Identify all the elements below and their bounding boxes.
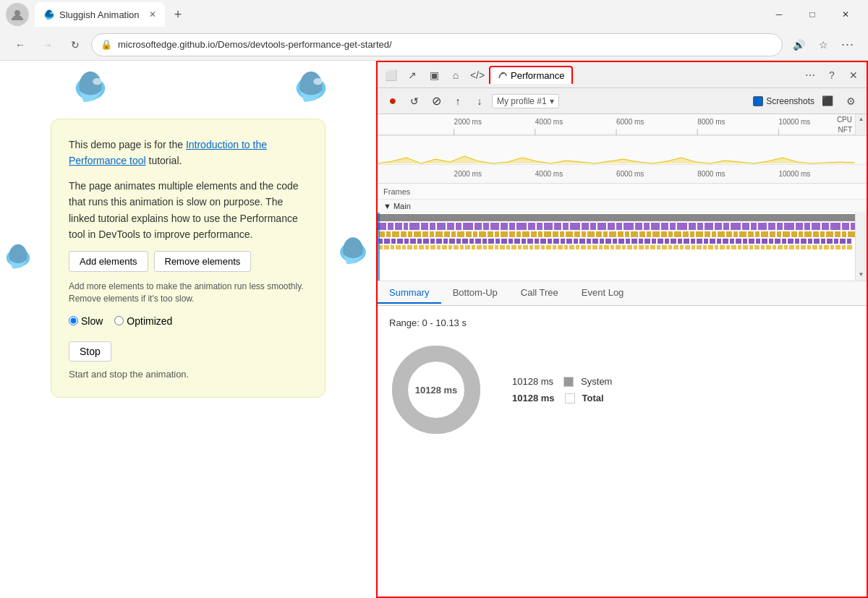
svg-text:2000 ms: 2000 ms xyxy=(454,118,482,126)
add-elements-button[interactable]: Add elements xyxy=(69,251,148,272)
close-btn[interactable]: ✕ xyxy=(829,3,862,26)
svg-rect-307 xyxy=(378,213,380,281)
stop-button[interactable]: Stop xyxy=(69,341,111,362)
back-button[interactable]: ← xyxy=(9,33,32,56)
more-btn[interactable]: ··· xyxy=(836,33,859,56)
capture-settings-btn[interactable]: ⬛ xyxy=(817,91,838,111)
minimize-btn[interactable]: ─ xyxy=(762,3,796,26)
sidebar-btn[interactable]: ▣ xyxy=(424,65,444,85)
settings-btn[interactable]: ⚙ xyxy=(841,91,861,111)
remove-elements-button[interactable]: Remove elements xyxy=(154,251,252,272)
svg-rect-161 xyxy=(436,239,442,244)
tab-event-log[interactable]: Event Log xyxy=(570,283,636,304)
svg-rect-276 xyxy=(673,245,678,249)
code-btn[interactable]: </> xyxy=(467,65,488,85)
svg-rect-301 xyxy=(819,245,822,249)
tab-call-tree[interactable]: Call Tree xyxy=(509,283,570,304)
slow-radio-label[interactable]: Slow xyxy=(69,315,103,327)
optimized-radio[interactable] xyxy=(114,316,124,325)
svg-rect-131 xyxy=(705,231,710,237)
devtools-close-btn[interactable]: ✕ xyxy=(843,65,864,85)
address-bar[interactable]: 🔒 microsoftedge.github.io/Demos/devtools… xyxy=(91,33,783,56)
svg-rect-282 xyxy=(708,245,713,249)
active-tab[interactable]: Sluggish Animation ✕ xyxy=(35,2,165,27)
svg-rect-108 xyxy=(538,231,542,237)
scroll-up-btn[interactable]: ▲ xyxy=(855,114,867,135)
profile-select[interactable]: My profile #1 ▾ xyxy=(492,94,559,108)
tab-close-btn[interactable]: ✕ xyxy=(149,9,156,20)
tab-summary[interactable]: Summary xyxy=(378,283,441,304)
favorites-btn[interactable]: ☆ xyxy=(812,33,835,56)
download-btn[interactable]: ↓ xyxy=(470,92,489,111)
svg-rect-186 xyxy=(600,239,604,244)
more-tools-btn[interactable]: ⋯ xyxy=(800,65,820,85)
frames-row: Frames xyxy=(378,184,867,200)
svg-rect-133 xyxy=(718,231,725,237)
help-btn[interactable]: ? xyxy=(822,65,842,85)
svg-rect-159 xyxy=(423,239,429,244)
svg-rect-252 xyxy=(535,245,540,249)
svg-rect-169 xyxy=(488,239,494,244)
svg-rect-42 xyxy=(463,223,473,230)
svg-rect-179 xyxy=(553,239,559,244)
screenshots-checkbox[interactable] xyxy=(753,96,763,106)
refresh-button[interactable]: ↻ xyxy=(64,33,87,56)
optimized-radio-label[interactable]: Optimized xyxy=(114,315,172,327)
svg-rect-181 xyxy=(566,239,572,244)
upload-btn[interactable]: ↑ xyxy=(448,92,467,111)
svg-rect-176 xyxy=(535,239,539,244)
tab-bottom-up[interactable]: Bottom-Up xyxy=(441,283,509,304)
devtools-panel: ⬜ ↗ ▣ ⌂ </> Performance ⋯ ? ✕ xyxy=(376,61,868,598)
svg-rect-61 xyxy=(635,223,642,230)
svg-rect-157 xyxy=(410,239,416,244)
svg-rect-203 xyxy=(710,239,715,244)
svg-rect-210 xyxy=(756,239,760,244)
svg-rect-227 xyxy=(391,245,394,249)
inspect-btn[interactable]: ↗ xyxy=(402,65,422,85)
read-aloud-btn[interactable]: 🔊 xyxy=(787,33,810,56)
svg-rect-90 xyxy=(408,231,412,237)
timeline-scroll-indicator[interactable]: ▼ xyxy=(855,213,867,281)
svg-rect-253 xyxy=(541,245,545,249)
home-btn[interactable]: ⌂ xyxy=(446,65,466,85)
svg-rect-126 xyxy=(668,231,673,237)
svg-rect-66 xyxy=(677,223,687,230)
svg-rect-84 xyxy=(842,223,849,230)
svg-rect-58 xyxy=(608,223,615,230)
svg-rect-284 xyxy=(720,245,725,249)
svg-rect-305 xyxy=(842,245,846,249)
svg-rect-73 xyxy=(742,223,749,230)
svg-rect-265 xyxy=(610,245,614,249)
svg-rect-78 xyxy=(784,223,794,230)
svg-rect-140 xyxy=(770,231,775,237)
svg-rect-122 xyxy=(639,231,645,237)
svg-rect-38 xyxy=(430,223,435,230)
svg-rect-53 xyxy=(563,223,569,230)
svg-rect-102 xyxy=(495,231,499,237)
svg-rect-278 xyxy=(685,245,690,249)
maximize-btn[interactable]: □ xyxy=(796,3,829,26)
clear-btn[interactable]: ⊘ xyxy=(427,92,446,111)
svg-rect-118 xyxy=(609,231,616,237)
svg-rect-144 xyxy=(799,231,803,237)
svg-rect-185 xyxy=(592,239,598,244)
svg-rect-88 xyxy=(392,231,399,237)
svg-rect-221 xyxy=(827,239,833,244)
device-toolbar-btn[interactable]: ⬜ xyxy=(380,65,401,85)
reload-record-btn[interactable]: ↺ xyxy=(405,92,424,111)
svg-rect-211 xyxy=(762,239,767,244)
svg-rect-187 xyxy=(605,239,611,244)
main-flame-chart[interactable]: ▼ xyxy=(378,213,867,281)
svg-rect-149 xyxy=(835,231,841,237)
svg-rect-262 xyxy=(592,245,597,249)
svg-rect-104 xyxy=(509,231,515,237)
svg-rect-239 xyxy=(460,245,464,249)
svg-rect-145 xyxy=(804,231,812,237)
svg-rect-183 xyxy=(579,239,585,244)
performance-tab[interactable]: Performance xyxy=(489,66,573,84)
svg-rect-223 xyxy=(840,239,846,244)
record-btn[interactable]: ● xyxy=(383,92,402,111)
slow-radio[interactable] xyxy=(69,316,78,325)
new-tab-button[interactable]: + xyxy=(168,4,188,25)
profile-icon[interactable] xyxy=(6,3,29,26)
